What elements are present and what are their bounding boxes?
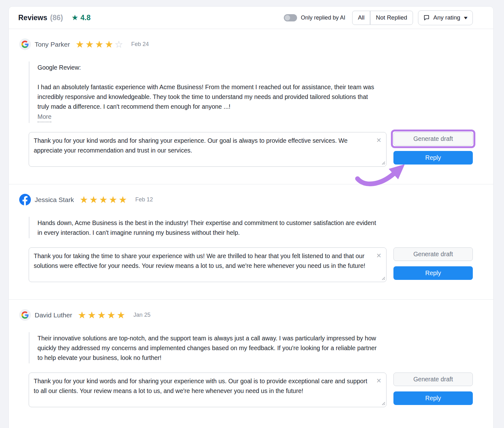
review-source-label: Google Review:: [37, 63, 380, 72]
star-icon: ★: [119, 194, 129, 205]
reply-actions: Generate draft Reply: [393, 132, 473, 167]
overall-rating: ★ 4.8: [72, 14, 91, 22]
reply-row: Thank you for taking the time to share y…: [29, 247, 473, 282]
review-text: Their innovative solutions are top-notch…: [37, 333, 380, 363]
highlight-box: Generate draft: [393, 247, 473, 261]
star-rating: ★★★★☆: [76, 40, 124, 49]
reviewer-name: David Luther: [35, 311, 72, 319]
star-rating: ★★★★★: [78, 310, 127, 320]
review-header: David Luther ★★★★★ Jan 25: [19, 309, 473, 321]
star-icon: ★: [109, 194, 119, 205]
generate-draft-button[interactable]: Generate draft: [393, 132, 473, 146]
reply-actions: Generate draft Reply: [393, 373, 473, 407]
star-icon: ★: [117, 310, 127, 320]
review-text: Hands down, Acme Business is the best in…: [37, 218, 380, 238]
star-icon: ★: [89, 194, 99, 205]
more-link[interactable]: More: [37, 112, 51, 122]
toggle-knob: [285, 15, 290, 20]
reviews-panel: Reviews (86) ★ 4.8 Only replied by AI Al…: [9, 6, 494, 428]
close-icon[interactable]: ✕: [376, 137, 381, 143]
star-icon: ★: [99, 194, 109, 205]
reply-draft-textarea[interactable]: Thank you for your kind words and for sh…: [29, 373, 387, 407]
reply-filter-tabs: All Not Replied: [352, 11, 413, 25]
reviewer-name: Jessica Stark: [35, 196, 74, 204]
close-icon[interactable]: ✕: [376, 378, 381, 384]
star-icon: ★: [80, 194, 89, 205]
star-icon: ★: [85, 39, 95, 49]
star-icon: ★: [78, 310, 88, 320]
only-replied-by-ai-toggle[interactable]: [284, 14, 297, 21]
reviewer-name: Tony Parker: [35, 41, 70, 48]
review-card: David Luther ★★★★★ Jan 25 Their innovati…: [9, 299, 493, 425]
review-body: Google Review: I had an absolutely fanta…: [29, 61, 380, 123]
reviews-count: (86): [50, 14, 63, 22]
reply-actions: Generate draft Reply: [393, 247, 473, 282]
review-card: Tony Parker ★★★★☆ Feb 24 Google Review: …: [9, 29, 493, 184]
tab-all[interactable]: All: [352, 11, 370, 25]
rating-filter-label: Any rating: [433, 14, 461, 21]
star-rating: ★★★★★: [80, 195, 129, 205]
review-header: Jessica Stark ★★★★★ Feb 12: [19, 194, 473, 205]
page-title: Reviews: [18, 14, 47, 22]
review-body: Hands down, Acme Business is the best in…: [29, 217, 380, 238]
review-header: Tony Parker ★★★★☆ Feb 24: [19, 38, 473, 50]
toggle-label: Only replied by AI: [301, 14, 345, 21]
review-date: Feb 12: [135, 196, 153, 203]
reply-button[interactable]: Reply: [393, 266, 473, 280]
generate-draft-button[interactable]: Generate draft: [393, 247, 473, 261]
close-icon[interactable]: ✕: [376, 252, 381, 259]
google-icon: [19, 38, 31, 50]
review-text: I had an absolutely fantastic experience…: [37, 82, 380, 112]
highlight-box: Generate draft: [393, 132, 473, 146]
review-list: Tony Parker ★★★★☆ Feb 24 Google Review: …: [9, 29, 493, 425]
star-icon: ★: [76, 39, 85, 49]
reply-row: Thank you for your kind words and for sh…: [29, 132, 473, 167]
star-icon: ★: [107, 310, 117, 320]
reply-button[interactable]: Reply: [393, 391, 473, 405]
review-date: Feb 24: [131, 41, 149, 48]
speech-bubble-icon: [423, 14, 430, 21]
google-icon: [19, 309, 31, 321]
star-icon: ★: [105, 39, 115, 49]
rating-filter-dropdown[interactable]: Any rating ▼: [418, 10, 473, 25]
star-icon: ★: [72, 14, 78, 21]
reply-row: Thank you for your kind words and for sh…: [29, 373, 473, 407]
star-icon: ☆: [115, 39, 124, 49]
reply-button[interactable]: Reply: [393, 151, 473, 165]
highlight-box: Generate draft: [393, 373, 473, 386]
chevron-down-icon: ▼: [463, 15, 469, 20]
star-icon: ★: [95, 39, 105, 49]
reply-draft-textarea[interactable]: Thank you for taking the time to share y…: [29, 247, 387, 282]
star-icon: ★: [97, 310, 107, 320]
tab-not-replied[interactable]: Not Replied: [370, 11, 413, 25]
reviews-header: Reviews (86) ★ 4.8 Only replied by AI Al…: [9, 7, 493, 29]
generate-draft-button[interactable]: Generate draft: [393, 373, 473, 386]
facebook-icon: [19, 194, 31, 205]
review-body: Their innovative solutions are top-notch…: [29, 332, 380, 363]
review-card: Jessica Stark ★★★★★ Feb 12 Hands down, A…: [9, 184, 493, 299]
rating-score: 4.8: [80, 14, 90, 22]
review-date: Jan 25: [134, 312, 151, 318]
reply-draft-textarea[interactable]: Thank you for your kind words and for sh…: [29, 132, 387, 167]
star-icon: ★: [88, 310, 97, 320]
